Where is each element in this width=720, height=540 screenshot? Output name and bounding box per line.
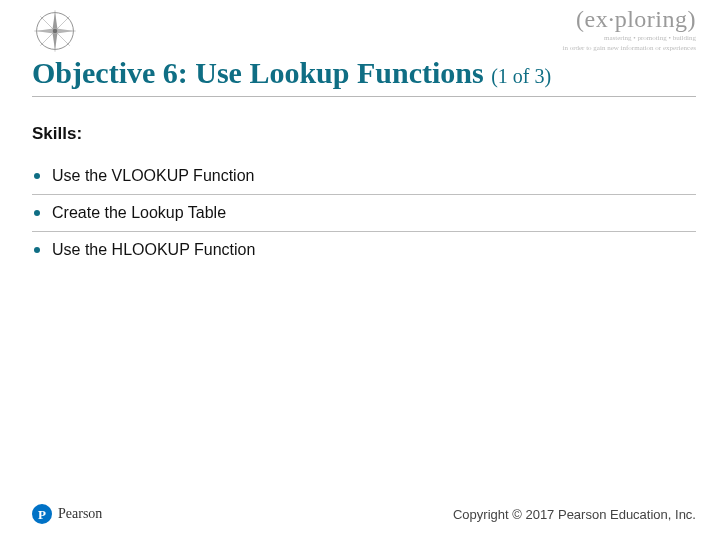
title-counter: (1 of 3) [491, 65, 551, 87]
publisher-badge-icon: P [32, 504, 52, 524]
svg-point-7 [53, 29, 58, 34]
brand-logo: (ex·ploring) mastering • promoting • bui… [562, 6, 696, 52]
footer: P Pearson Copyright © 2017 Pearson Educa… [32, 504, 696, 524]
bullet-text: Use the HLOOKUP Function [52, 241, 255, 259]
bullet-list: Use the VLOOKUP Function Create the Look… [32, 158, 696, 268]
slide-title: Objective 6: Use Lookup Functions (1 of … [32, 56, 696, 97]
bullet-icon [34, 173, 40, 179]
bullet-icon [34, 247, 40, 253]
publisher-logo: P Pearson [32, 504, 102, 524]
brand-word: (ex·ploring) [562, 6, 696, 33]
publisher-name: Pearson [58, 506, 102, 522]
brand-tagline-1: mastering • promoting • building [562, 35, 696, 43]
list-item: Use the HLOOKUP Function [32, 232, 696, 268]
compass-icon [32, 8, 78, 54]
list-item: Create the Lookup Table [32, 195, 696, 232]
copyright-text: Copyright © 2017 Pearson Education, Inc. [453, 507, 696, 522]
bullet-text: Create the Lookup Table [52, 204, 226, 222]
brand-tagline-2: in order to gain new information or expe… [562, 45, 696, 53]
skills-label: Skills: [32, 124, 82, 144]
bullet-icon [34, 210, 40, 216]
bullet-text: Use the VLOOKUP Function [52, 167, 254, 185]
title-main: Objective 6: Use Lookup Functions [32, 56, 484, 89]
list-item: Use the VLOOKUP Function [32, 158, 696, 195]
slide: (ex·ploring) mastering • promoting • bui… [0, 0, 720, 540]
